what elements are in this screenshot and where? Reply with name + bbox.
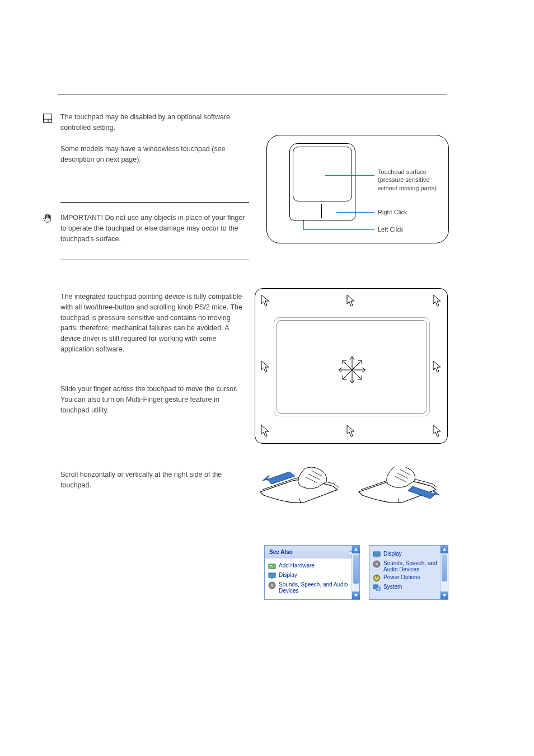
- xp-links-panel: Display Sounds, Speech, and Audio Device…: [369, 545, 448, 600]
- touchpad-note-line1: The touchpad may be disabled by an optio…: [60, 112, 248, 133]
- scroll-down-button[interactable]: [352, 591, 360, 599]
- touchpad-button-divider: [321, 204, 322, 218]
- scrollbar[interactable]: [440, 546, 448, 599]
- cursor-direction-diagram: [255, 288, 448, 444]
- cursor-icon: [261, 294, 270, 308]
- callout-line-surface: [325, 175, 374, 176]
- scroll-down-button[interactable]: [441, 591, 448, 599]
- list-item[interactable]: Display: [373, 551, 438, 558]
- left-click-label: Left Click: [378, 226, 403, 233]
- list-item[interactable]: Add Hardware: [268, 562, 349, 570]
- horizontal-scroll-gesture: [256, 467, 342, 519]
- svg-rect-18: [271, 577, 273, 579]
- list-item-label: Power Options: [383, 574, 420, 580]
- note-rule-bottom: [60, 260, 249, 260]
- scroll-thumb[interactable]: [442, 555, 447, 581]
- touchpad-surface-label: Touchpad surface (pressure sensitive wit…: [378, 168, 448, 192]
- body-p1: The integrated touchpad pointing device …: [60, 292, 249, 355]
- svg-rect-31: [376, 587, 380, 590]
- right-click-label: Right Click: [378, 209, 407, 215]
- scroll-up-button[interactable]: [441, 546, 448, 553]
- list-item-label: System: [383, 584, 402, 590]
- scrollbar[interactable]: [352, 546, 359, 599]
- list-item-label: Sounds, Speech, and Audio Devices: [383, 560, 438, 572]
- svg-marker-33: [443, 594, 446, 597]
- vertical-scroll-gesture: [354, 467, 441, 519]
- svg-line-9: [343, 370, 352, 379]
- cursor-icon: [433, 425, 442, 438]
- note-rule-top: [60, 202, 249, 203]
- body-p3: Scroll horizontally or vertically at the…: [60, 469, 249, 491]
- touchpad-diagram: Touchpad surface (pressure sensitive wit…: [266, 135, 449, 243]
- directional-arrows-icon: [336, 354, 368, 386]
- svg-rect-16: [270, 565, 271, 566]
- body-p2: Slide your finger across the touchpad to…: [60, 384, 249, 415]
- svg-marker-22: [354, 594, 358, 597]
- touchpad-surface: [293, 147, 352, 201]
- sound-icon: [373, 560, 381, 568]
- note-icon: [43, 114, 52, 125]
- main-horizontal-rule: [58, 95, 447, 95]
- scroll-gesture-diagram: [256, 459, 447, 528]
- callout-line-right: [336, 212, 374, 213]
- cursor-icon: [433, 360, 442, 374]
- list-item-label: Display: [279, 572, 297, 578]
- scroll-thumb[interactable]: [353, 555, 359, 584]
- important-note-text: IMPORTANT! Do not use any objects in pla…: [60, 213, 248, 244]
- svg-point-26: [376, 563, 378, 565]
- svg-line-10: [352, 370, 362, 379]
- svg-marker-21: [354, 548, 358, 551]
- list-item[interactable]: Sounds, Speech, and Audio Devices: [373, 560, 438, 572]
- xp-panel-header[interactable]: See Also: [265, 546, 359, 558]
- svg-point-20: [271, 584, 273, 586]
- page-root: The touchpad may be disabled by an optio…: [0, 0, 534, 756]
- cursor-icon: [261, 360, 270, 374]
- cursor-icon: [261, 425, 270, 438]
- list-item[interactable]: Display: [268, 572, 349, 580]
- display-icon: [373, 551, 381, 558]
- xp-panel-title: See Also: [269, 549, 293, 555]
- svg-rect-17: [269, 573, 275, 577]
- scroll-up-button[interactable]: [352, 546, 360, 553]
- svg-line-7: [343, 360, 352, 370]
- display-icon: [268, 572, 276, 580]
- important-hand-icon: [43, 214, 52, 226]
- list-item-label: Add Hardware: [279, 562, 315, 569]
- list-item-label: Sounds, Speech, and Audio Devices: [279, 581, 349, 594]
- svg-rect-0: [44, 114, 52, 123]
- list-item[interactable]: Sounds, Speech, and Audio Devices: [268, 581, 349, 594]
- sound-icon: [268, 581, 276, 589]
- power-icon: [373, 574, 381, 582]
- svg-line-8: [352, 360, 362, 370]
- hardware-icon: [268, 562, 276, 570]
- svg-rect-23: [373, 552, 380, 556]
- touchpad-note-line2: Some models may have a windowless touchp…: [60, 144, 248, 165]
- svg-marker-32: [443, 548, 446, 551]
- cursor-icon: [433, 294, 442, 308]
- svg-rect-15: [269, 564, 275, 569]
- cursor-icon: [346, 425, 355, 438]
- list-item[interactable]: System: [373, 584, 438, 591]
- list-item[interactable]: Power Options: [373, 574, 438, 582]
- callout-vline-left: [303, 220, 304, 229]
- list-item-label: Display: [383, 551, 402, 557]
- system-icon: [373, 584, 381, 591]
- callout-line-left: [303, 229, 374, 230]
- xp-see-also-panel: See Also Add Hardware Display Sounds, Sp…: [264, 545, 360, 600]
- cursor-icon: [346, 294, 355, 308]
- svg-rect-24: [376, 556, 378, 557]
